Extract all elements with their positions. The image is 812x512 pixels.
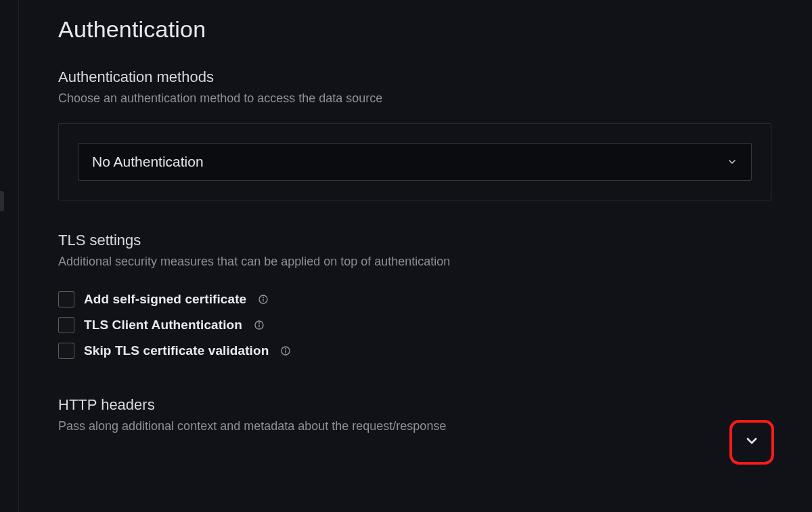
tls-option-label: Skip TLS certificate validation — [84, 343, 269, 358]
chevron-down-icon — [744, 433, 760, 452]
svg-point-8 — [286, 349, 286, 349]
svg-point-2 — [263, 297, 264, 298]
auth-method-select-container: No Authentication — [58, 123, 771, 200]
tls-settings-block: TLS settings Additional security measure… — [58, 232, 771, 364]
left-rail-handle[interactable] — [0, 191, 4, 211]
checkbox-self-signed[interactable] — [58, 291, 74, 307]
info-icon[interactable] — [257, 293, 269, 305]
http-headers-description: Pass along additional context and metada… — [58, 418, 771, 435]
http-headers-title: HTTP headers — [58, 396, 771, 414]
info-icon[interactable] — [253, 319, 265, 331]
svg-point-5 — [259, 323, 260, 324]
checkbox-skip-validation[interactable] — [58, 343, 74, 359]
tls-title: TLS settings — [58, 232, 771, 249]
http-headers-block: HTTP headers Pass along additional conte… — [58, 396, 771, 435]
auth-methods-title: Authentication methods — [58, 68, 771, 86]
section-title: Authentication — [58, 16, 771, 43]
auth-method-select[interactable]: No Authentication — [78, 143, 752, 181]
tls-option-label: Add self-signed certificate — [84, 292, 246, 307]
authentication-section: Authentication Authentication methods Ch… — [58, 16, 771, 452]
chevron-down-icon — [727, 156, 738, 167]
tls-option-client-auth: TLS Client Authentication — [58, 312, 771, 338]
http-headers-expand-button[interactable] — [729, 420, 774, 465]
tls-option-label: TLS Client Authentication — [84, 318, 242, 333]
info-icon[interactable] — [279, 345, 292, 357]
tls-option-self-signed: Add self-signed certificate — [58, 286, 771, 312]
checkbox-client-auth[interactable] — [58, 317, 74, 333]
auth-methods-description: Choose an authentication method to acces… — [58, 90, 771, 107]
auth-method-selected-value: No Authentication — [92, 154, 204, 170]
tls-option-skip-validation: Skip TLS certificate validation — [58, 338, 771, 364]
left-rail — [0, 0, 19, 512]
tls-description: Additional security measures that can be… — [58, 253, 771, 270]
